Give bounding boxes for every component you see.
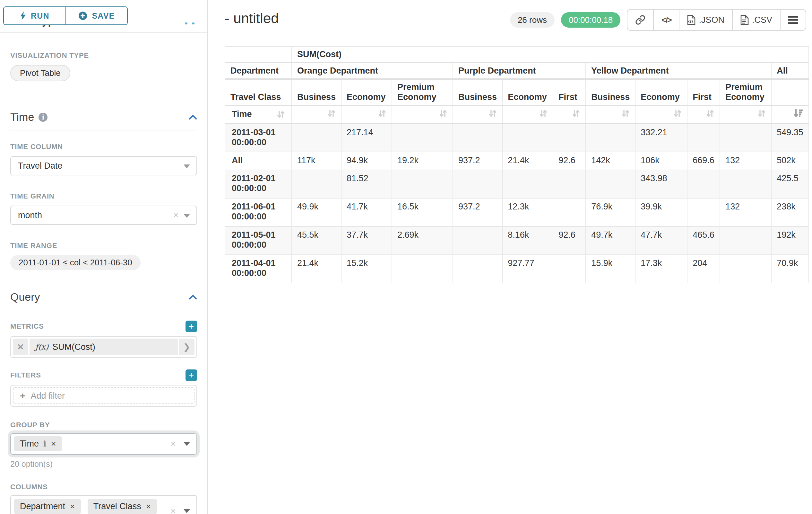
pivot-cell: 192k bbox=[771, 226, 809, 255]
pivot-cell bbox=[392, 124, 453, 152]
col-group-header[interactable]: Yellow Department bbox=[586, 63, 771, 79]
query-section-header[interactable]: Query bbox=[10, 291, 197, 303]
chevron-up-icon[interactable] bbox=[189, 294, 197, 300]
col-dimension2-label: Travel Class bbox=[225, 79, 292, 105]
pivot-cell bbox=[586, 124, 635, 152]
pivot-cell: 94.9k bbox=[341, 152, 392, 170]
pivot-cell: 343.98 bbox=[635, 170, 687, 198]
remove-tag-icon[interactable]: ✕ bbox=[51, 440, 56, 448]
sort-toggle[interactable] bbox=[720, 105, 771, 124]
sort-toggle[interactable] bbox=[586, 105, 635, 124]
pivot-cell: 37.7k bbox=[341, 226, 392, 255]
copy-link-button[interactable] bbox=[628, 10, 653, 30]
hamburger-icon bbox=[788, 16, 798, 24]
group-by-tag-time[interactable]: Time i ✕ bbox=[14, 436, 62, 451]
clear-icon[interactable]: × bbox=[173, 210, 178, 220]
table-row: 2011-05-01 00:00:0045.5k37.7k2.69k8.16k9… bbox=[225, 226, 809, 255]
col-leaf-header[interactable]: Premium Economy bbox=[392, 79, 453, 105]
row-count-badge: 26 rows bbox=[510, 12, 555, 28]
row-label: 2011-04-01 00:00:00 bbox=[225, 255, 292, 283]
remove-tag-icon[interactable]: ✕ bbox=[70, 503, 75, 511]
sort-toggle[interactable] bbox=[687, 105, 720, 124]
columns-tag-department[interactable]: Department ✕ bbox=[14, 499, 81, 514]
pivot-cell: 106k bbox=[635, 152, 687, 170]
sort-icon bbox=[757, 109, 766, 117]
pivot-cell: 937.2 bbox=[453, 152, 502, 170]
sort-toggle[interactable] bbox=[635, 105, 687, 124]
sort-toggle[interactable] bbox=[453, 105, 502, 124]
menu-button[interactable] bbox=[780, 10, 806, 30]
col-leaf-header[interactable]: Economy bbox=[341, 79, 392, 105]
export-json-label: .JSON bbox=[699, 15, 724, 25]
col-leaf-header[interactable]: Business bbox=[586, 79, 635, 105]
col-leaf-header[interactable]: First bbox=[553, 79, 586, 105]
col-group-header[interactable]: All bbox=[771, 63, 809, 79]
col-group-header[interactable]: Orange Department bbox=[292, 63, 453, 79]
pivot-cell bbox=[687, 198, 720, 226]
pivot-cell: 17.3k bbox=[635, 255, 687, 283]
link-icon bbox=[635, 15, 645, 25]
columns-tag-travel-class[interactable]: Travel Class ✕ bbox=[88, 499, 157, 514]
pivot-cell: 16.5k bbox=[392, 198, 453, 226]
add-metric-button[interactable]: + bbox=[185, 321, 197, 332]
clear-icon[interactable]: × bbox=[171, 506, 176, 514]
group-by-select[interactable]: Time i ✕ × bbox=[10, 433, 197, 455]
pivot-cell bbox=[453, 226, 502, 255]
sort-icon bbox=[572, 109, 580, 117]
sort-toggle[interactable] bbox=[553, 105, 586, 124]
chevron-right-icon[interactable]: ❯ bbox=[178, 339, 195, 355]
col-leaf-header[interactable]: First bbox=[687, 79, 720, 105]
export-button-group: </> .JSON .CSV bbox=[627, 9, 806, 31]
sort-toggle[interactable] bbox=[771, 105, 809, 124]
time-section-header[interactable]: Time i bbox=[10, 111, 197, 124]
time-column-value: Travel Date bbox=[18, 161, 63, 171]
columns-select[interactable]: Department ✕ Travel Class ✕ × bbox=[10, 495, 197, 514]
visualization-type-pill[interactable]: Pivot Table bbox=[10, 65, 70, 81]
sort-toggle[interactable] bbox=[392, 105, 453, 124]
chart-title[interactable]: - untitled bbox=[225, 10, 279, 26]
metric-pill[interactable]: ✕ ƒ(x) SUM(Cost) ❯ bbox=[13, 339, 195, 355]
clear-icon[interactable]: × bbox=[171, 439, 176, 449]
sort-icon bbox=[706, 109, 715, 117]
table-row: 2011-04-01 00:00:0021.4k15.2k927.7715.9k… bbox=[225, 255, 809, 283]
sort-row: Time bbox=[225, 105, 809, 124]
row-dimension-label[interactable]: Time bbox=[225, 105, 292, 124]
col-leaf-header[interactable]: Business bbox=[292, 79, 341, 105]
pivot-cell: 92.6 bbox=[553, 152, 586, 170]
collapse-chevron-fragment bbox=[185, 23, 187, 24]
remove-tag-icon[interactable]: ✕ bbox=[146, 503, 151, 511]
col-leaf-header[interactable]: Economy bbox=[635, 79, 687, 105]
time-range-label: TIME RANGE bbox=[10, 242, 197, 250]
remove-metric-icon[interactable]: ✕ bbox=[13, 339, 30, 355]
chevron-up-icon[interactable] bbox=[189, 114, 197, 120]
pivot-cell bbox=[720, 226, 771, 255]
pivot-cell: 927.77 bbox=[502, 255, 553, 283]
export-json-button[interactable]: .JSON bbox=[679, 10, 732, 30]
pivot-cell bbox=[453, 170, 502, 198]
col-leaf-header[interactable]: Business bbox=[453, 79, 502, 105]
tag-label: Travel Class bbox=[93, 502, 141, 511]
sort-toggle[interactable] bbox=[502, 105, 553, 124]
time-range-pill[interactable]: 2011-01-01 ≤ col < 2011-06-30 bbox=[10, 255, 141, 270]
sort-toggle[interactable] bbox=[292, 105, 341, 124]
pivot-cell: 19.2k bbox=[392, 152, 453, 170]
pivot-cell: 12.3k bbox=[502, 198, 553, 226]
pivot-cell: 41.7k bbox=[341, 198, 392, 226]
run-button[interactable]: RUN bbox=[4, 7, 65, 24]
save-button[interactable]: SAVE bbox=[65, 7, 127, 24]
embed-code-button[interactable]: </> bbox=[653, 10, 679, 30]
sort-toggle[interactable] bbox=[341, 105, 392, 124]
add-filter-button[interactable]: + bbox=[185, 370, 197, 381]
export-csv-button[interactable]: .CSV bbox=[732, 10, 780, 30]
time-column-select[interactable]: Travel Date bbox=[10, 156, 197, 175]
add-filter-dropzone[interactable]: + Add filter bbox=[13, 387, 195, 404]
col-leaf-header[interactable]: Economy bbox=[502, 79, 553, 105]
col-leaf-header[interactable]: Premium Economy bbox=[720, 79, 771, 105]
pivot-cell: 204 bbox=[687, 255, 720, 283]
corner-cell bbox=[225, 47, 292, 63]
pivot-cell: 217.14 bbox=[341, 124, 392, 152]
pivot-cell bbox=[502, 170, 553, 198]
time-grain-select[interactable]: month × bbox=[10, 206, 197, 225]
control-panel: Chart Type RUN SAVE VISUALIZATION TYPE P… bbox=[0, 0, 208, 514]
col-group-header[interactable]: Purple Department bbox=[453, 63, 586, 79]
